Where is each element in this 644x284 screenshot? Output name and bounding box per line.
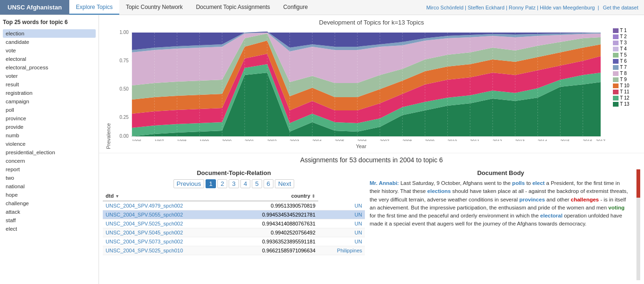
sidebar-word-item[interactable]: province (3, 114, 96, 123)
sidebar-word-item[interactable]: electoral (3, 55, 96, 63)
doc-link[interactable]: UNSC_2004_SPV.5045_spch002 (106, 230, 183, 235)
sidebar-word-item[interactable]: poll (3, 106, 96, 114)
body-text-segment: Mr. Annabi: (370, 180, 400, 186)
legend-color (613, 90, 619, 94)
bottom-section: Document-Topic-Relation Previous 1 2 3 4… (99, 166, 644, 284)
legend-label: T 5 (620, 52, 627, 58)
sidebar-word-item[interactable]: campaign (3, 97, 96, 106)
legend-label: T 12 (620, 95, 629, 100)
dataset-link[interactable]: Get the dataset (603, 5, 638, 10)
legend-item: T 6 (613, 58, 638, 64)
doc-id-cell: UNSC_2004_SPV.5025_spch010 (103, 246, 229, 255)
sort-icon-country: ⇕ (312, 194, 315, 199)
table-row[interactable]: UNSC_2004_SPV.4979_spch0020.995133905708… (103, 201, 365, 210)
svg-text:2016: 2016 (583, 139, 592, 141)
chart-legend: T 1T 2T 3T 4T 5T 6T 7T 8T 9T 10T 11T 12T… (610, 28, 638, 149)
words-list: electioncandidatevoteelectoralelectoral_… (3, 29, 96, 233)
sidebar-word-item[interactable]: report (3, 165, 96, 174)
sidebar-word-item[interactable]: numb (3, 131, 96, 140)
legend-item: T 11 (613, 89, 638, 94)
legend-color (613, 34, 619, 39)
pagination: Previous 1 2 3 4 5 6 Next (103, 179, 365, 188)
sidebar-word-item[interactable]: candidate (3, 38, 96, 46)
sidebar-word-item[interactable]: elect (3, 225, 96, 233)
svg-text:1997: 1997 (155, 139, 164, 141)
sidebar-word-item[interactable]: hope (3, 191, 96, 199)
body-text-segment: Last Saturday, 9 October, Afghans went t… (400, 180, 512, 186)
chart-container: Development of Topics for k=13 Topics Pr… (99, 15, 644, 153)
legend-label: T 13 (620, 101, 629, 107)
body-text-segment: elections (427, 188, 451, 194)
pagination-page-5[interactable]: 5 (252, 179, 262, 188)
sidebar-word-item[interactable]: election (3, 29, 96, 38)
sidebar-word-item[interactable]: registration (3, 89, 96, 97)
legend-label: T 7 (620, 65, 627, 70)
sidebar-word-item[interactable]: attack (3, 208, 96, 216)
pagination-previous[interactable]: Previous (173, 179, 205, 188)
table-row[interactable]: UNSC_2004_SPV.5055_spch0020.994534534529… (103, 210, 365, 219)
doc-value-cell: 0.99434140880767631 (229, 219, 318, 228)
legend-item: T 13 (613, 101, 638, 107)
col-dtd[interactable]: dtd ▼ (103, 191, 229, 201)
doc-link[interactable]: UNSC_2004_SPV.5055_spch002 (106, 212, 183, 217)
legend-item: T 3 (613, 40, 638, 45)
doc-id-cell: UNSC_2004_SPV.5025_spch002 (103, 219, 229, 228)
tab-document-topic-assignments[interactable]: Document Topic Assignments (190, 0, 277, 15)
sidebar-title: Top 25 words for topic 6 (3, 19, 96, 25)
scrollbar-thumb[interactable] (636, 169, 640, 198)
doc-value-cell: 0.99402520756492 (229, 228, 318, 237)
svg-text:2011: 2011 (470, 139, 479, 141)
sidebar-word-item[interactable]: provide (3, 123, 96, 131)
doc-value-cell: 0.99513390570819 (229, 201, 318, 210)
pagination-page-3[interactable]: 3 (229, 179, 239, 188)
doc-link[interactable]: UNSC_2004_SPV.5025_spch010 (106, 248, 183, 253)
sidebar-word-item[interactable]: national (3, 182, 96, 191)
chart-svg: 1.00 0.75 0.50 0.25 0.00 1996 1997 1998 … (112, 28, 610, 149)
sidebar-word-item[interactable]: electoral_process (3, 63, 96, 72)
table-row[interactable]: UNSC_2004_SPV.5073_spch0020.993635238955… (103, 237, 365, 246)
pagination-page-4[interactable]: 4 (240, 179, 250, 188)
pagination-page-2[interactable]: 2 (217, 179, 227, 188)
pagination-next[interactable]: Next (275, 179, 294, 188)
doc-country-cell: UN (318, 237, 365, 246)
sidebar-word-item[interactable]: violence (3, 140, 96, 148)
doc-country-cell: UN (318, 201, 365, 210)
svg-text:2002: 2002 (267, 139, 277, 141)
legend-color (613, 65, 619, 70)
pagination-page-1[interactable]: 1 (206, 179, 215, 188)
sidebar-word-item[interactable]: challenge (3, 199, 96, 208)
scrollbar[interactable] (636, 169, 640, 280)
sidebar-word-item[interactable]: result (3, 80, 96, 89)
sidebar-word-item[interactable]: concern (3, 157, 96, 165)
sidebar-word-item[interactable]: two (3, 174, 96, 182)
legend-color (613, 59, 619, 64)
svg-text:2008: 2008 (403, 139, 412, 141)
doc-table-body: UNSC_2004_SPV.4979_spch0020.995133905708… (103, 201, 365, 255)
body-text-segment: to (525, 180, 532, 186)
sidebar-word-item[interactable]: staff (3, 216, 96, 225)
sidebar-word-item[interactable]: vote (3, 46, 96, 55)
sidebar-word-item[interactable]: presidential_election (3, 148, 96, 157)
legend-item: T 8 (613, 71, 638, 76)
table-row[interactable]: UNSC_2004_SPV.5045_spch0020.994025207564… (103, 228, 365, 237)
sidebar-word-item[interactable]: voter (3, 72, 96, 80)
x-axis-label: Year (112, 143, 610, 149)
svg-text:1996: 1996 (132, 139, 141, 141)
svg-text:2006: 2006 (357, 139, 367, 141)
svg-text:2007: 2007 (380, 139, 389, 141)
doc-link[interactable]: UNSC_2004_SPV.4979_spch002 (106, 203, 183, 209)
tab-explore-topics[interactable]: Explore Topics (69, 0, 119, 15)
doc-link[interactable]: UNSC_2004_SPV.5073_spch002 (106, 239, 183, 244)
tab-configure[interactable]: Configure (277, 0, 314, 15)
legend-label: T 11 (620, 89, 629, 94)
table-row[interactable]: UNSC_2004_SPV.5025_spch0100.966215859710… (103, 246, 365, 255)
legend-item: T 1 (613, 28, 638, 33)
doc-link[interactable]: UNSC_2004_SPV.5025_spch002 (106, 221, 183, 226)
pagination-page-6[interactable]: 6 (264, 179, 273, 188)
legend-label: T 9 (620, 77, 627, 82)
legend-label: T 1 (620, 28, 627, 33)
tab-topic-country-network[interactable]: Topic Country Network (119, 0, 190, 15)
col-country[interactable]: country ⇕ (229, 191, 318, 201)
table-row[interactable]: UNSC_2004_SPV.5025_spch0020.994341408807… (103, 219, 365, 228)
legend-item: T 12 (613, 95, 638, 100)
